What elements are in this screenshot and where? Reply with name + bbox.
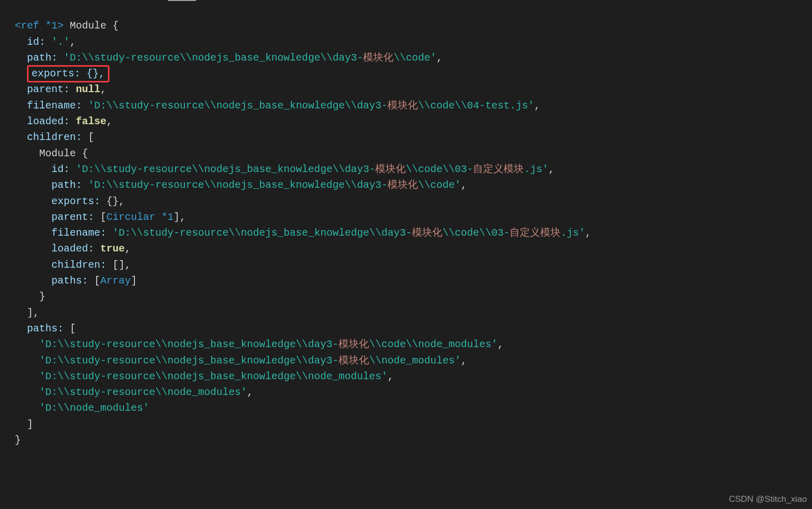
paths-key: paths: — [27, 323, 64, 334]
module-word: Module — [70, 20, 106, 32]
ref-tag: <ref *1> — [15, 20, 64, 32]
loaded-key: loaded: — [27, 116, 70, 127]
parent-value: null — [76, 83, 100, 95]
path-key: path: — [27, 52, 58, 64]
watermark: CSDN @Stitch_xiao — [729, 491, 807, 507]
filename-key: filename: — [27, 100, 82, 111]
parent-key: parent: — [27, 83, 70, 95]
exports-highlight: exports: {}, — [27, 65, 109, 82]
circular-ref: Circular *1 — [106, 211, 174, 223]
id-value: '.' — [51, 36, 70, 48]
children-key: children: — [27, 131, 82, 143]
loaded-value: false — [76, 116, 106, 127]
id-key: id: — [27, 36, 45, 48]
console-output: <ref *1> Module { id: '.', path: 'D:\\st… — [0, 0, 812, 448]
array-ref: Array — [100, 275, 131, 287]
